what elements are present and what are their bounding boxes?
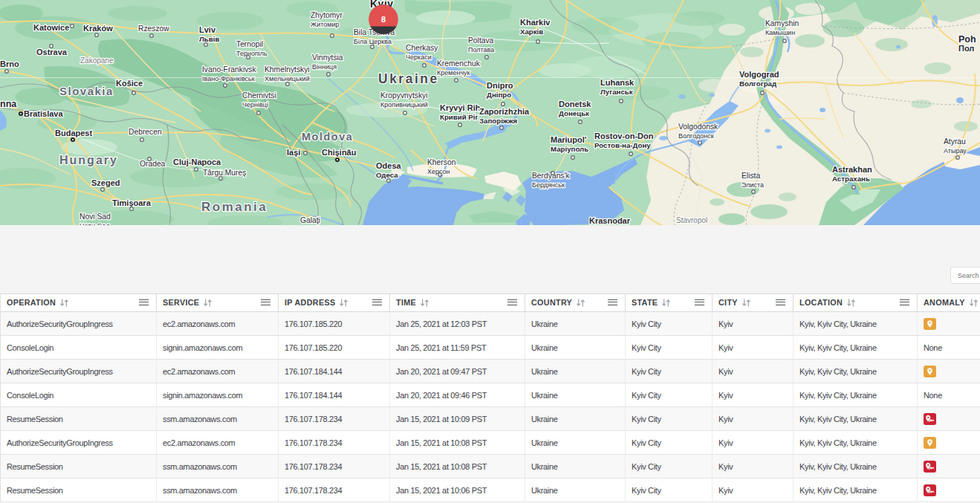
svg-text:Odesa: Odesa — [376, 161, 402, 170]
svg-text:Slovakia: Slovakia — [59, 85, 114, 97]
svg-text:Камышин: Камышин — [765, 29, 795, 36]
svg-text:Novi Sad: Novi Sad — [79, 212, 111, 221]
svg-text:Lviv: Lviv — [199, 25, 216, 34]
svg-text:Запоріжжя: Запоріжжя — [479, 117, 517, 125]
svg-text:Ostrava: Ostrava — [36, 48, 68, 56]
svg-text:Львів: Львів — [199, 35, 219, 43]
svg-text:Dnipro: Dnipro — [487, 81, 513, 90]
svg-text:Житомир: Житомир — [311, 21, 340, 28]
svg-text:Полтава: Полтава — [468, 46, 494, 53]
svg-text:Vinnytsia: Vinnytsia — [312, 53, 343, 62]
svg-text:Rostov-on-Don: Rostov-on-Don — [594, 132, 654, 140]
svg-text:8: 8 — [381, 15, 386, 24]
svg-text:Hungary: Hungary — [59, 154, 118, 166]
svg-text:Черкаси: Черкаси — [406, 53, 432, 61]
svg-text:Вінниця: Вінниця — [312, 63, 337, 71]
svg-text:Brno: Brno — [0, 59, 19, 68]
svg-text:Чернівці: Чернівці — [242, 101, 268, 108]
svg-text:Kherson: Kherson — [427, 158, 456, 166]
svg-text:Хмельницький: Хмельницький — [265, 75, 310, 82]
svg-text:Волгодонск: Волгодонск — [678, 132, 714, 140]
svg-text:Kraków: Kraków — [83, 24, 113, 33]
svg-text:Atyrau: Atyrau — [944, 137, 966, 146]
svg-text:Chernivtsi: Chernivtsi — [242, 91, 276, 100]
svg-text:Poh: Poh — [958, 34, 976, 45]
svg-text:Івано-Франківськ: Івано-Франківськ — [202, 75, 255, 82]
svg-text:Донецьк: Донецьк — [559, 109, 589, 117]
svg-text:nna: nna — [0, 99, 17, 109]
svg-text:Timişoara: Timişoara — [112, 198, 152, 207]
svg-text:Donetsk: Donetsk — [559, 100, 591, 108]
svg-text:Харків: Харків — [520, 27, 543, 36]
svg-text:Дніпро: Дніпро — [487, 91, 511, 99]
svg-text:Волгоград: Волгоград — [739, 79, 776, 88]
svg-text:Zhytomyr: Zhytomyr — [311, 11, 343, 19]
svg-text:Iaşi: Iaşi — [287, 148, 300, 157]
svg-text:Cluj-Napoca: Cluj-Napoca — [173, 158, 221, 166]
svg-text:Кропивницький: Кропивницький — [380, 101, 428, 108]
svg-text:Kharkiv: Kharkiv — [520, 18, 551, 27]
svg-text:Volgodonsk: Volgodonsk — [678, 123, 718, 131]
svg-text:Mariupol': Mariupol' — [551, 135, 587, 144]
svg-text:Zakopane: Zakopane — [80, 56, 114, 65]
svg-text:Бердянськ: Бердянськ — [532, 181, 565, 189]
svg-text:Romania: Romania — [201, 200, 267, 214]
svg-text:Атырау: Атырау — [944, 147, 967, 155]
svg-text:Moldova: Moldova — [302, 131, 353, 143]
svg-text:Kremenchuk: Kremenchuk — [437, 59, 481, 68]
svg-text:Kamyshin: Kamyshin — [765, 19, 799, 27]
svg-text:Chişinău: Chişinău — [322, 148, 356, 157]
svg-text:Кременчук: Кременчук — [437, 69, 470, 77]
svg-text:Cherkasy: Cherkasy — [406, 44, 438, 52]
svg-text:Galaţi: Galaţi — [300, 216, 320, 224]
svg-text:Астрахань: Астрахань — [832, 175, 870, 183]
svg-text:Луганськ: Луганськ — [600, 88, 633, 96]
svg-text:Ivano-Frankivsk: Ivano-Frankivsk — [202, 65, 257, 74]
svg-text:Budapest: Budapest — [55, 129, 92, 137]
svg-text:Luhansk: Luhansk — [600, 78, 635, 87]
svg-text:Elista: Elista — [742, 172, 760, 180]
svg-text:Szeged: Szeged — [91, 178, 120, 187]
svg-text:Khmelnytskyi: Khmelnytskyi — [265, 65, 310, 74]
svg-text:Маріуполь: Маріуполь — [551, 145, 588, 153]
svg-text:Ternopil: Ternopil — [236, 40, 263, 48]
svg-text:Kropyvnytskyi: Kropyvnytskyi — [380, 91, 428, 100]
svg-text:Ростов-на-Дону: Ростов-на-Дону — [594, 141, 651, 149]
svg-text:Zaporizhzhia: Zaporizhzhia — [479, 107, 530, 116]
svg-text:Katowice: Katowice — [33, 23, 69, 32]
svg-text:Rzeszow: Rzeszow — [138, 25, 169, 33]
svg-text:Krasnodar: Krasnodar — [589, 216, 631, 225]
svg-text:Stavropol: Stavropol — [676, 216, 707, 224]
svg-text:Пол: Пол — [958, 44, 974, 53]
svg-text:Târgu Mureş: Târgu Mureş — [203, 169, 246, 177]
svg-text:Oradea: Oradea — [140, 160, 166, 168]
svg-text:Volgograd: Volgograd — [739, 70, 779, 79]
svg-text:Kryvyi Rih: Kryvyi Rih — [440, 103, 481, 112]
svg-text:Debrecen: Debrecen — [129, 128, 162, 136]
svg-text:Тернопіль: Тернопіль — [236, 50, 267, 57]
svg-text:Košice: Košice — [116, 79, 143, 88]
svg-text:Біла Церква: Біла Церква — [354, 38, 392, 45]
svg-text:Кривий Ріг: Кривий Ріг — [440, 113, 478, 121]
svg-text:Одеса: Одеса — [376, 171, 398, 179]
svg-text:Poltava: Poltava — [468, 36, 494, 45]
svg-text:Bratislava: Bratislava — [24, 109, 63, 118]
svg-text:Элиста: Элиста — [742, 181, 764, 189]
svg-text:Astrakhan: Astrakhan — [832, 165, 872, 174]
svg-text:Ukraine: Ukraine — [378, 71, 439, 86]
